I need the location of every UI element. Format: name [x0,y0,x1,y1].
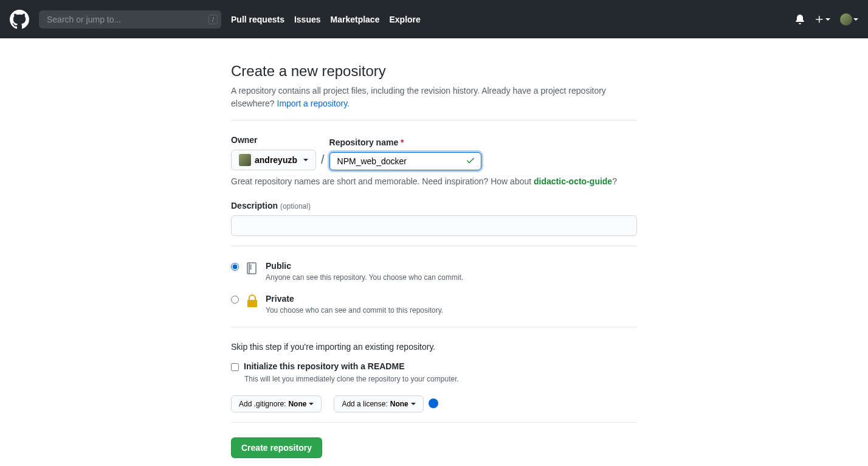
repo-name-label: Repository name * [329,137,481,147]
user-menu-dropdown[interactable] [840,13,858,26]
description-label: Description (optional) [231,201,637,210]
nav-marketplace[interactable]: Marketplace [331,15,380,24]
owner-name: andreyuzb [255,155,297,165]
skip-import-text: Skip this step if you're importing an ex… [231,342,637,352]
repo-icon [245,261,260,276]
divider [231,327,637,327]
owner-slash-separator: / [321,153,325,170]
required-asterisk: * [401,137,404,147]
repo-name-field: Repository name * [329,137,481,170]
optional-tag: (optional) [280,202,311,210]
license-info-icon[interactable] [429,398,438,410]
repo-name-input[interactable] [329,152,481,170]
license-prefix: Add a license: [342,400,387,408]
header-right [795,13,858,26]
license-group: Add a license: None [334,395,438,412]
readme-checkbox[interactable] [231,363,239,371]
valid-check-icon [466,156,475,167]
visibility-private-row: Private You choose who can see and commi… [231,294,637,315]
gitignore-value: None [288,400,306,408]
github-logo[interactable] [10,10,29,29]
nav-explore[interactable]: Explore [389,15,420,24]
owner-name-row: Owner andreyuzb / Repository name * [231,135,637,170]
description-input[interactable] [231,215,637,236]
import-repository-link[interactable]: Import a repository. [277,99,350,108]
search-input[interactable] [39,10,221,29]
divider [231,120,637,120]
hint-text: Great repository names are short and mem… [231,176,534,186]
description-label-text: Description [231,201,278,210]
owner-select-dropdown[interactable]: andreyuzb [231,150,316,170]
svg-rect-0 [247,263,256,274]
readme-checkbox-row: Initialize this repository with a README [231,361,637,371]
public-radio[interactable] [231,263,239,271]
caret-down-icon [411,403,416,405]
divider [231,246,637,246]
description-field: Description (optional) [231,201,637,236]
license-dropdown[interactable]: Add a license: None [334,395,423,412]
private-radio[interactable] [231,296,239,304]
owner-field: Owner andreyuzb [231,135,316,170]
svg-point-2 [250,265,251,266]
license-value: None [390,400,408,408]
global-header: / Pull requests Issues Marketplace Explo… [0,0,868,38]
svg-point-3 [250,267,251,268]
svg-point-4 [250,269,251,270]
lock-icon [245,294,260,308]
main-content: Create a new repository A repository con… [221,63,647,458]
private-text: Private You choose who can see and commi… [266,294,443,315]
private-title: Private [266,294,443,304]
name-suggestion-link[interactable]: didactic-octo-guide [534,176,612,186]
hint-question-mark: ? [612,176,617,186]
create-new-dropdown[interactable] [815,15,830,24]
repo-name-input-wrap [329,152,481,170]
private-subtitle: You choose who can see and commit to thi… [266,306,443,315]
create-repository-button[interactable]: Create repository [231,437,322,458]
nav-issues[interactable]: Issues [294,15,321,24]
nav-pull-requests[interactable]: Pull requests [231,15,284,24]
template-dropdowns-row: Add .gitignore: None Add a license: None [231,395,637,412]
gitignore-dropdown[interactable]: Add .gitignore: None [231,395,322,412]
search-container: / [39,10,221,29]
caret-down-icon [303,159,308,161]
owner-label: Owner [231,135,316,145]
readme-subtext: This will let you immediately clone the … [244,375,637,383]
primary-nav: Pull requests Issues Marketplace Explore [231,15,421,24]
gitignore-prefix: Add .gitignore: [239,400,286,408]
page-title: Create a new repository [231,63,637,80]
notifications-icon[interactable] [795,15,805,24]
public-text: Public Anyone can see this repository. Y… [266,261,463,282]
repo-name-label-text: Repository name [329,137,399,147]
page-subtitle: A repository contains all project files,… [231,85,637,110]
visibility-public-row: Public Anyone can see this repository. Y… [231,261,637,282]
owner-avatar [239,154,251,166]
user-avatar [840,13,852,26]
divider [231,422,637,423]
public-title: Public [266,261,463,271]
readme-label: Initialize this repository with a README [244,361,404,371]
slash-shortcut-hint: / [208,15,218,24]
name-hint: Great repository names are short and mem… [231,176,637,186]
public-subtitle: Anyone can see this repository. You choo… [266,273,463,282]
caret-down-icon [309,403,314,405]
